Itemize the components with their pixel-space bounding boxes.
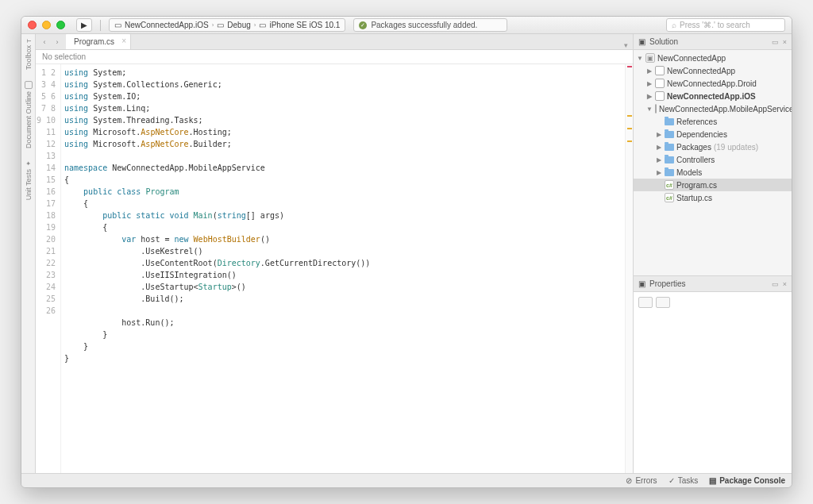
- window-controls: [28, 21, 65, 29]
- document-outline-tab[interactable]: Document Outline: [25, 81, 33, 148]
- panel-close-button[interactable]: ×: [783, 280, 787, 288]
- run-controls: ▶: [76, 18, 92, 32]
- status-pill: ✓ Packages successfully added.: [353, 18, 507, 32]
- maximize-window-button[interactable]: [56, 21, 65, 29]
- properties-panel-header: ▣ Properties ▭ ×: [634, 276, 792, 292]
- tree-item-newconnectedapp-droid[interactable]: NewConnectedApp.Droid: [634, 77, 792, 90]
- chevron-right-icon: ›: [212, 21, 214, 29]
- search-input[interactable]: ⌕ Press '⌘.' to search: [666, 18, 785, 32]
- ti-fold-icon: [665, 169, 674, 176]
- separator: [100, 20, 101, 31]
- nav-forward-button[interactable]: ›: [52, 37, 63, 48]
- status-text: Packages successfully added.: [371, 21, 477, 29]
- right-panel: ▣ Solution ▭ × ▣NewConnectedAppNewConnec…: [633, 34, 792, 473]
- tree-item-packages[interactable]: Packages (19 updates): [634, 140, 792, 153]
- statusbar: ⊘Errors ✓Tasks ▤Package Console: [21, 473, 792, 487]
- tree-label: Packages: [676, 143, 711, 152]
- tree-item-dependencies[interactable]: Dependencies: [634, 128, 792, 140]
- properties-body: [634, 292, 792, 473]
- disclosure-icon[interactable]: [656, 169, 662, 176]
- disclosure-icon[interactable]: [656, 156, 662, 164]
- solution-tree[interactable]: ▣NewConnectedAppNewConnectedAppNewConnec…: [634, 50, 792, 275]
- editor-area: ‹ › Program.cs × ▾ No selection 1 2 3 4 …: [36, 34, 633, 473]
- panel-options-button[interactable]: ▭: [772, 38, 779, 46]
- tree-label: NewConnectedApp.Droid: [667, 79, 757, 88]
- disclosure-icon[interactable]: [637, 55, 643, 62]
- close-window-button[interactable]: [28, 21, 37, 29]
- marker-rail: [625, 64, 633, 473]
- panel-options-button[interactable]: ▭: [772, 280, 779, 288]
- close-icon[interactable]: ×: [121, 37, 126, 45]
- tree-label: Program.cs: [676, 181, 717, 190]
- breadcrumb-text: No selection: [42, 52, 86, 61]
- tree-label: NewConnectedApp: [667, 67, 735, 75]
- disclosure-icon[interactable]: [646, 80, 653, 87]
- tab-program-cs[interactable]: Program.cs ×: [66, 34, 131, 49]
- tab-label: Program.cs: [74, 37, 114, 46]
- ti-fold-icon: [665, 156, 674, 164]
- errors-button[interactable]: ⊘Errors: [626, 476, 657, 485]
- panel-close-button[interactable]: ×: [783, 38, 787, 46]
- disclosure-icon[interactable]: [646, 106, 653, 113]
- toolbox-icon: T: [25, 39, 32, 43]
- package-console-button[interactable]: ▤Package Console: [709, 476, 785, 485]
- code-editor[interactable]: 1 2 3 4 5 6 7 8 9 10 11 12 13 14 15 16 1…: [36, 64, 633, 473]
- tree-label: References: [676, 117, 717, 126]
- check-icon: ✓: [669, 476, 675, 485]
- code-content[interactable]: using System; using System.Collections.G…: [61, 64, 625, 473]
- disclosure-icon[interactable]: [646, 93, 653, 100]
- props-view-2-button[interactable]: [656, 297, 670, 308]
- properties-panel: ▣ Properties ▭ ×: [634, 275, 792, 473]
- tree-item-program-cs[interactable]: c#Program.cs: [634, 179, 792, 191]
- unit-tests-tab[interactable]: Unit Tests✦: [25, 160, 33, 200]
- ti-fold-icon: [665, 118, 674, 125]
- tree-label: NewConnectedApp.MobileAppService: [659, 105, 792, 113]
- tree-label: Startup.cs: [676, 194, 712, 202]
- ti-cs-icon: c#: [665, 193, 674, 202]
- panel-title: Properties: [649, 279, 686, 288]
- solution-panel-header: ▣ Solution ▭ ×: [634, 34, 792, 50]
- ti-fold-icon: [665, 131, 674, 138]
- ti-proj-icon: [655, 104, 657, 113]
- app-window: ▶ ▭ NewConnectedApp.iOS › ▭ Debug › ▭ iP…: [21, 16, 792, 488]
- project-icon: ▭: [114, 21, 121, 29]
- search-icon: ⌕: [672, 21, 676, 29]
- toolbox-tab[interactable]: ToolboxT: [25, 39, 33, 70]
- ti-proj-icon: [655, 79, 665, 88]
- tree-label: Dependencies: [676, 130, 727, 139]
- tab-overflow-button[interactable]: ▾: [619, 41, 633, 49]
- tree-item-newconnectedapp-ios[interactable]: NewConnectedApp.iOS: [634, 90, 792, 102]
- tree-item-newconnectedapp[interactable]: ▣NewConnectedApp: [634, 52, 792, 64]
- line-gutter: 1 2 3 4 5 6 7 8 9 10 11 12 13 14 15 16 1…: [36, 64, 61, 473]
- console-icon: ▤: [709, 476, 716, 485]
- ti-fold-icon: [665, 144, 674, 151]
- project-selector[interactable]: ▭ NewConnectedApp.iOS › ▭ Debug › ▭ iPho…: [109, 18, 345, 32]
- disclosure-icon[interactable]: [656, 131, 662, 138]
- tests-icon: ✦: [25, 160, 32, 167]
- tree-item-references[interactable]: References: [634, 115, 792, 128]
- disclosure-icon[interactable]: [656, 144, 662, 151]
- device-name: iPhone SE iOS 10.1: [269, 21, 340, 29]
- tree-label: NewConnectedApp: [657, 54, 726, 63]
- nav-back-button[interactable]: ‹: [39, 37, 50, 48]
- ti-cs-icon: c#: [665, 180, 674, 190]
- ti-proj-icon: [655, 91, 665, 101]
- tree-item-startup-cs[interactable]: c#Startup.cs: [634, 191, 792, 204]
- tree-item-newconnectedapp[interactable]: NewConnectedApp: [634, 64, 792, 77]
- ti-sol-icon: ▣: [645, 53, 655, 63]
- success-icon: ✓: [359, 21, 367, 29]
- panel-title: Solution: [649, 37, 678, 46]
- breadcrumb[interactable]: No selection: [36, 50, 633, 64]
- tasks-button[interactable]: ✓Tasks: [669, 476, 699, 485]
- tree-item-newconnectedapp-mobileappservice[interactable]: NewConnectedApp.MobileAppService: [634, 102, 792, 115]
- minimize-window-button[interactable]: [42, 21, 51, 29]
- tree-item-models[interactable]: Models: [634, 166, 792, 179]
- run-button[interactable]: ▶: [76, 18, 92, 32]
- tree-label: Controllers: [676, 156, 715, 164]
- disclosure-icon[interactable]: [646, 67, 653, 75]
- tree-item-controllers[interactable]: Controllers: [634, 153, 792, 166]
- props-view-1-button[interactable]: [638, 297, 653, 308]
- device-icon: ▭: [259, 21, 266, 29]
- tree-suffix: (19 updates): [714, 143, 758, 152]
- left-rail: ToolboxT Document Outline Unit Tests✦: [21, 34, 36, 473]
